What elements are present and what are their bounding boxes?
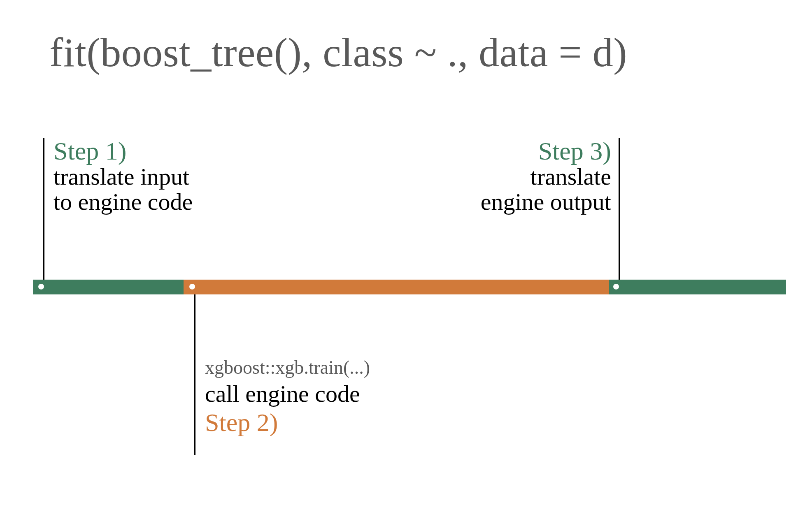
- step1-title: Step 1): [54, 138, 193, 164]
- connector-step1: [43, 138, 44, 280]
- step2-block: xgboost::xgb.train(...) call engine code…: [205, 358, 370, 436]
- step3-body-line1: translate: [453, 164, 611, 190]
- timeline-marker-2: [189, 284, 195, 289]
- step2-body: call engine code: [205, 382, 370, 407]
- timeline-segment-1: [33, 280, 184, 294]
- step2-code: xgboost::xgb.train(...): [205, 358, 370, 377]
- step1-block: Step 1) translate input to engine code: [54, 138, 193, 215]
- step3-block: Step 3) translate engine output: [453, 138, 611, 215]
- timeline-bar: [33, 280, 786, 294]
- connector-step2: [194, 294, 195, 455]
- timeline-segment-2: [184, 280, 609, 294]
- step3-body-line2: engine output: [453, 190, 611, 215]
- step2-title: Step 2): [205, 409, 370, 436]
- diagram-title: fit(boost_tree(), class ~ ., data = d): [49, 29, 627, 76]
- timeline-marker-1: [38, 284, 44, 289]
- connector-step3: [619, 138, 620, 280]
- step3-title: Step 3): [453, 138, 611, 164]
- step1-body-line1: translate input: [54, 164, 193, 190]
- step1-body-line2: to engine code: [54, 190, 193, 215]
- timeline-segment-3: [609, 280, 786, 294]
- timeline-marker-3: [613, 284, 619, 289]
